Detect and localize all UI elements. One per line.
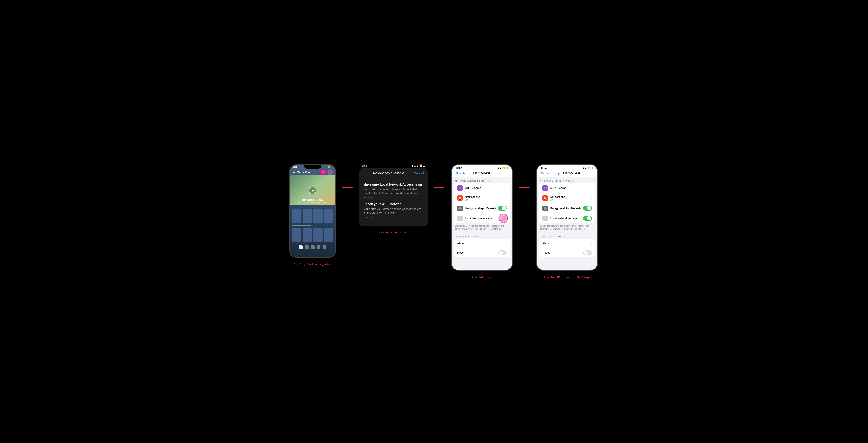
phone1-device: 9:41 ▲▲▲ 📶 ▬ ☰ DemoCast ⬡ 👤 <box>289 164 336 258</box>
menu-icon[interactable]: ☰ <box>292 170 295 174</box>
refresh-icon-s2: ⚙️ <box>542 205 548 211</box>
settings-screen-2: 11:57 ▲▲ 📶 🔋 ‹ DemoCast app DemoCast ALL… <box>536 164 598 271</box>
chevron-icon-about-s2: › <box>591 242 592 245</box>
settings2-refresh-item[interactable]: ⚙️ Background App Refresh <box>539 203 595 213</box>
card-7 <box>313 228 322 242</box>
settings2-notif-item[interactable]: 🔔 Notifications Off › <box>539 193 595 203</box>
battery-icon-s2: 🔋 <box>591 167 593 169</box>
phone1-time: 9:41 <box>293 166 297 168</box>
popup-statusbar: 9:41 ▲▲▲ 📶 ▬ <box>360 164 428 167</box>
settings1-back-button[interactable]: ‹ Search <box>455 171 465 175</box>
troubleshoot2-body: Make sure your device and the Cast devic… <box>363 207 424 215</box>
column-2: 9:41 ▲▲▲ 📶 ▬ No devices available Cancel… <box>360 164 428 234</box>
battery-icon-popup: ▬ <box>423 164 426 167</box>
settings2-home-indicator <box>537 262 597 268</box>
settings2-reset-item[interactable]: Reset <box>539 248 595 257</box>
profile-button[interactable]: 👤 <box>327 169 333 175</box>
settings2-list2: About › Reset <box>539 239 595 257</box>
settings1-section2-header: DEMOCAST SETTINGS <box>452 232 512 239</box>
svg-marker-5 <box>528 187 530 189</box>
troubleshoot1-title: Make sure Local Network Access is on <box>363 183 424 186</box>
settings2-network-label: Local Network Access <box>550 217 583 220</box>
siri-icon: 🔮 <box>457 185 463 191</box>
troubleshoot-container: Make sure Local Network Access is on Go … <box>360 178 428 226</box>
main-container: 9:41 ▲▲▲ 📶 ▬ ☰ DemoCast ⬡ 👤 <box>285 160 583 283</box>
card-4 <box>324 209 333 223</box>
settings1-status-icons: ▲▲ 📶 🔋 <box>497 167 508 169</box>
settings1-about-label: About <box>457 242 506 245</box>
toggle-knob-reset <box>498 251 503 255</box>
chevron-icon-about: › <box>506 242 507 245</box>
settings2-siri-label: Siri & Search <box>550 186 591 190</box>
arrow-1 <box>342 186 353 190</box>
settings1-nav-title: DemoCast <box>473 171 490 175</box>
home-bar-2 <box>556 265 578 266</box>
settings2-network-item[interactable]: Local Network Access <box>539 213 595 223</box>
wifi-icon-popup: 📶 <box>419 164 422 167</box>
notif-icon-s2: 🔔 <box>542 195 548 201</box>
network-icon-s2 <box>542 216 548 221</box>
popup-time: 9:41 <box>362 164 367 167</box>
settings-screen-1: 11:57 ▲▲ 📶 🔋 ‹ Search DemoCast ALLOW DEM… <box>451 164 513 271</box>
settings2-statusbar: 11:57 ▲▲ 📶 🔋 <box>537 165 597 170</box>
settings1-notif-sublabel: Off <box>465 198 506 201</box>
arrow-2 <box>434 186 445 190</box>
chevron-icon-notif-s2: › <box>591 197 592 200</box>
cards-row-1 <box>292 209 333 223</box>
settings1-notif-item[interactable]: 🔔 Notifications Off › <box>454 193 509 203</box>
settings1-siri-label: Siri & Search <box>465 186 506 190</box>
settings1-refresh-toggle[interactable] <box>498 206 507 211</box>
settings2-navbar: ‹ DemoCast app DemoCast <box>537 170 597 177</box>
settings-link[interactable]: Settings <box>363 196 424 199</box>
settings1-refresh-label: Background App Refresh <box>465 207 498 210</box>
wifi-icon: 📶 <box>328 166 330 168</box>
play-button[interactable]: ▶ <box>309 187 316 194</box>
settings2-about-item[interactable]: About › <box>539 239 595 248</box>
settings1-back-label: Search <box>456 171 465 175</box>
learn-more-link[interactable]: Learn more <box>363 216 424 219</box>
settings2-siri-item[interactable]: 🔮 Siri & Search › <box>539 183 595 193</box>
refresh-icon: ⚙️ <box>457 205 463 211</box>
settings1-refresh-item[interactable]: ⚙️ Background App Refresh <box>454 203 509 213</box>
chevron-icon-siri-s2: › <box>591 186 592 190</box>
siri-icon-s2: 🔮 <box>542 185 548 191</box>
toggle-area <box>498 216 507 221</box>
svg-marker-3 <box>442 187 445 189</box>
settings1-network-label: Local Network Access <box>465 217 498 220</box>
battery-icon-s1: 🔋 <box>506 167 508 169</box>
card-5 <box>292 228 301 242</box>
cancel-button[interactable]: Cancel <box>414 171 424 175</box>
dot-1 <box>299 245 303 249</box>
home-bar-1 <box>471 265 493 266</box>
card-8 <box>324 228 333 242</box>
settings2-reset-toggle[interactable] <box>583 250 592 255</box>
progress-bar <box>292 207 311 207</box>
settings1-siri-item[interactable]: 🔮 Siri & Search › <box>454 183 509 193</box>
settings2-notif-label: Notifications <box>550 195 591 198</box>
notif-icon: 🔔 <box>457 195 463 201</box>
cast-button[interactable]: ⬡ <box>320 169 326 175</box>
settings1-about-item[interactable]: About › <box>454 239 509 248</box>
dot-5 <box>322 245 327 249</box>
signal-icon-popup: ▲▲▲ <box>411 164 418 167</box>
settings1-reset-toggle[interactable] <box>498 250 507 255</box>
card-6 <box>303 228 312 242</box>
settings2-about-text: About <box>542 242 591 245</box>
troubleshoot1-body: Go to Settings on this phone and check t… <box>363 187 424 195</box>
settings1-gap <box>452 257 512 262</box>
settings2-refresh-toggle[interactable] <box>583 206 592 211</box>
dots-row <box>292 245 333 249</box>
dot-4 <box>317 245 320 249</box>
settings1-section1-header: ALLOW DEMOCAST TO ACCESS <box>452 177 512 183</box>
click-indicator <box>498 214 508 223</box>
settings1-time: 11:57 <box>456 166 462 169</box>
settings2-back-button[interactable]: ‹ DemoCast app <box>540 171 560 175</box>
settings2-network-toggle[interactable] <box>583 216 592 221</box>
settings2-notif-sublabel: Off <box>550 198 591 201</box>
svg-marker-1 <box>351 187 353 189</box>
chevron-left-icon: ‹ <box>455 171 456 175</box>
settings1-siri-text: Siri & Search <box>465 186 506 190</box>
signal-icon: ▲▲▲ <box>322 166 327 168</box>
settings1-network-item[interactable]: Local Network Access <box>454 213 509 223</box>
settings1-reset-item[interactable]: Reset <box>454 248 509 257</box>
